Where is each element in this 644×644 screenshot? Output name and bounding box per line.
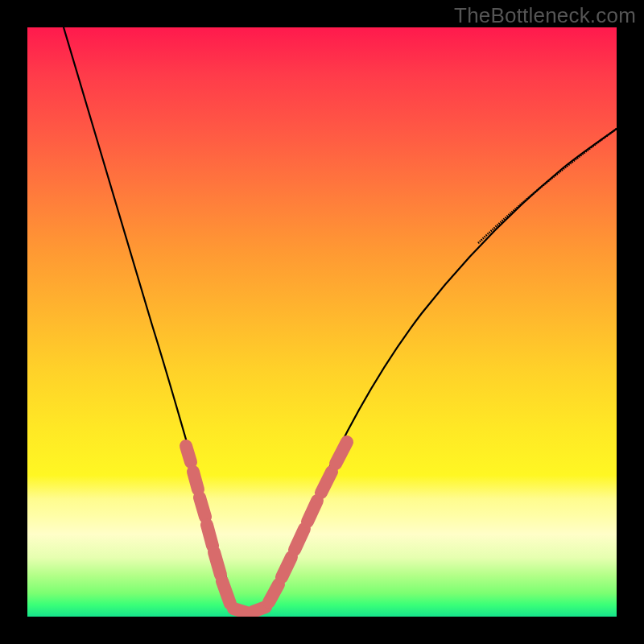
- chart-frame: TheBottleneck.com: [0, 0, 644, 644]
- highlight-band-right: [269, 442, 347, 602]
- highlight-band-bottom: [233, 607, 266, 613]
- attribution-text: TheBottleneck.com: [454, 3, 636, 28]
- plot-area: [27, 27, 617, 617]
- bottleneck-curve: [64, 27, 617, 614]
- highlight-band-left: [186, 446, 230, 604]
- curve-overlay: [27, 27, 617, 617]
